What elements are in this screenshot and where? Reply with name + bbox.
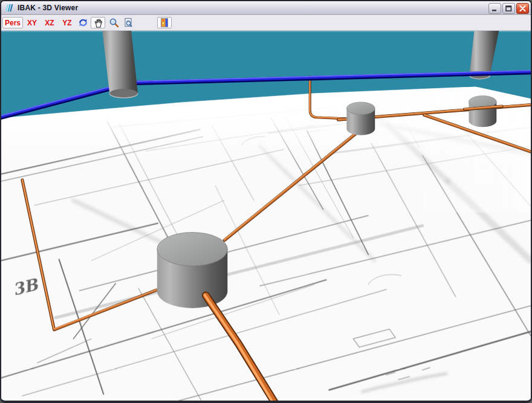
title-bar[interactable]: IBAK - 3D Viewer bbox=[1, 1, 531, 15]
manhole-right bbox=[469, 96, 496, 127]
plan-fog-fade-right bbox=[374, 86, 531, 213]
view-xz-button[interactable]: XZ bbox=[42, 17, 57, 28]
magnifier-icon bbox=[109, 18, 119, 28]
toolbar: Pers XY XZ YZ bbox=[1, 15, 531, 31]
toggle-site-plan-button[interactable] bbox=[157, 17, 172, 28]
page-magnifier-icon bbox=[123, 18, 134, 28]
site-plan-image-icon bbox=[160, 18, 169, 28]
view-xy-button[interactable]: XY bbox=[24, 17, 40, 28]
maximize-icon bbox=[505, 5, 512, 11]
maximize-button[interactable] bbox=[502, 3, 515, 14]
app-logo-icon bbox=[5, 3, 15, 13]
rotate-arrows-icon bbox=[78, 18, 88, 28]
manhole-mid bbox=[346, 102, 375, 135]
window-controls bbox=[488, 3, 529, 14]
view-pers-button[interactable]: Pers bbox=[2, 17, 23, 28]
view-pers-label: Pers bbox=[5, 19, 21, 27]
close-button[interactable] bbox=[516, 3, 529, 14]
view-yz-button[interactable]: YZ bbox=[59, 17, 75, 28]
viewport-3d[interactable]: 3B bbox=[1, 31, 531, 401]
view-yz-label: YZ bbox=[62, 19, 71, 27]
site-plan-ground: 3B bbox=[1, 85, 531, 402]
zoom-view-button[interactable] bbox=[107, 17, 120, 28]
manhole-big bbox=[157, 232, 227, 308]
hand-icon bbox=[93, 18, 103, 28]
minimize-icon bbox=[491, 5, 498, 11]
view-xy-label: XY bbox=[27, 19, 37, 27]
app-window: IBAK - 3D Viewer Pers bbox=[0, 0, 532, 403]
zoom-extents-button[interactable] bbox=[122, 17, 135, 28]
rotate-view-button[interactable] bbox=[77, 17, 89, 28]
viewport-canvas[interactable]: 3B bbox=[1, 31, 531, 401]
pan-view-button[interactable] bbox=[91, 17, 105, 28]
view-xz-label: XZ bbox=[45, 19, 54, 27]
viewport-top-highlight bbox=[1, 31, 531, 32]
minimize-button[interactable] bbox=[488, 3, 501, 14]
window-title: IBAK - 3D Viewer bbox=[18, 4, 78, 12]
close-icon bbox=[519, 5, 526, 11]
